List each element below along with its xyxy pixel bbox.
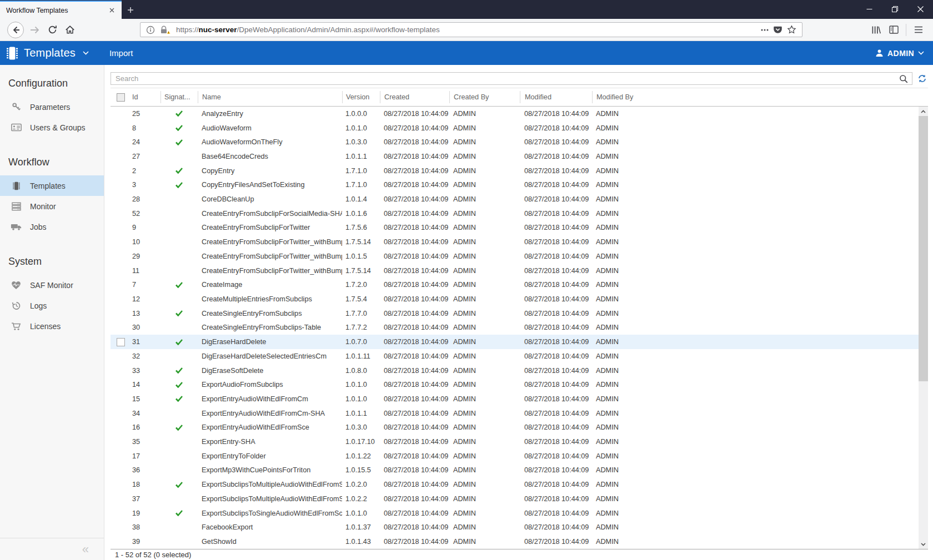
table-row[interactable]: 36ExportMp3WithCuePointsForTriton1.0.15.…: [111, 463, 928, 478]
scroll-down-icon[interactable]: [919, 539, 928, 549]
table-row[interactable]: 25AnalyzeEntry1.0.0.008/27/2018 10:44:09…: [111, 107, 928, 121]
sidebar-item-licenses[interactable]: Licenses: [0, 316, 104, 336]
sidebar-item-monitor[interactable]: Monitor: [0, 196, 104, 216]
cell-name: CreateEntryFromSubclipForTwitter: [198, 224, 342, 231]
table-row[interactable]: 7CreateImage1.7.2.008/27/2018 10:44:09AD…: [111, 278, 928, 292]
table-row[interactable]: 10CreateEntryFromSubclipForTwitter_withB…: [111, 235, 928, 249]
cell-modified: 08/27/2018 10:44:09: [520, 410, 592, 417]
home-button[interactable]: [61, 21, 79, 39]
table-row[interactable]: 27Base64EncodeCreds1.0.1.108/27/2018 10:…: [111, 149, 928, 164]
page-title-menu[interactable]: Templates: [24, 47, 89, 59]
table-row[interactable]: 29CreateEntryFromSubclipForTwitter_withB…: [111, 249, 928, 264]
vertical-scrollbar[interactable]: [919, 107, 928, 549]
column-header-modified[interactable]: Modified: [520, 91, 592, 103]
forward-button[interactable]: [26, 21, 43, 39]
table-row[interactable]: 31DigEraseHardDelete1.0.7.008/27/2018 10…: [111, 335, 928, 349]
table-row[interactable]: 28CoreDBCleanUp1.0.1.408/27/2018 10:44:0…: [111, 192, 928, 206]
sidebar-item-saf-monitor[interactable]: SAF Monitor: [0, 275, 104, 295]
browser-tab[interactable]: Workflow Templates: [0, 1, 122, 19]
app-logo-icon: [6, 46, 19, 61]
search-box[interactable]: [111, 72, 912, 85]
refresh-button[interactable]: [916, 73, 928, 85]
column-header-modified-by[interactable]: Modified By: [592, 91, 928, 103]
table-row[interactable]: 19ExportSubclipsToSingleAudioWithEdlFrom…: [111, 506, 928, 521]
cell-modified: 08/27/2018 10:44:09: [520, 195, 592, 203]
table-row[interactable]: 32DigEraseHardDeleteSelectedEntriesCm1.0…: [111, 349, 928, 364]
table-row[interactable]: 34ExportEntryAudioWithEdlFromCm-SHA1.0.1…: [111, 406, 928, 421]
table-row[interactable]: 15ExportEntryAudioWithEdlFromCm1.0.1.008…: [111, 392, 928, 406]
page-actions-icon[interactable]: [761, 29, 769, 31]
table-row[interactable]: 39GetShowId1.0.1.4308/27/2018 10:44:09AD…: [111, 534, 928, 549]
search-icon[interactable]: [899, 74, 908, 83]
sidebar-section-heading: Workflow: [0, 150, 104, 175]
column-header-signat[interactable]: Signat...: [160, 91, 198, 103]
column-header-created[interactable]: Created: [380, 91, 449, 103]
import-button[interactable]: Import: [109, 48, 133, 58]
user-menu[interactable]: ADMIN: [875, 49, 924, 58]
table-row[interactable]: 9CreateEntryFromSubclipForTwitter1.7.5.6…: [111, 221, 928, 235]
bookmark-star-icon[interactable]: [787, 25, 796, 34]
column-header-id[interactable]: Id: [129, 91, 160, 103]
table-row[interactable]: 38FacebookExport1.0.1.3708/27/2018 10:44…: [111, 520, 928, 534]
insecure-lock-icon[interactable]: [159, 25, 170, 34]
sidebar-collapse-button[interactable]: «: [0, 538, 104, 560]
table-row[interactable]: 37ExportSubclipsToMultipleAudioWithEdlFr…: [111, 492, 928, 506]
table-row[interactable]: 13CreateSingleEntryFromSubclips1.7.7.008…: [111, 306, 928, 321]
table-row[interactable]: 18ExportSubclipsToMultipleAudioWithEdlFr…: [111, 477, 928, 492]
sidebar-item-jobs[interactable]: Jobs: [0, 216, 104, 237]
column-header-created-by[interactable]: Created By: [449, 91, 520, 103]
column-header-name[interactable]: Name: [198, 91, 342, 103]
cell-modified: 08/27/2018 10:44:09: [520, 310, 592, 317]
column-header-version[interactable]: Version: [342, 91, 380, 103]
sidebar-section-heading: Configuration: [0, 72, 104, 97]
menu-button[interactable]: [910, 21, 927, 39]
sidebar-item-users-groups[interactable]: Users & Groups: [0, 117, 104, 138]
cell-name: ExportSubclipsToSingleAudioWithEdlFromSc…: [198, 509, 342, 517]
scrollbar-thumb[interactable]: [919, 116, 928, 381]
scroll-up-icon[interactable]: [919, 107, 928, 116]
table-row[interactable]: 33DigEraseSoftDelete1.0.8.008/27/2018 10…: [111, 364, 928, 378]
cell-created-by: ADMIN: [449, 181, 520, 189]
search-input[interactable]: [116, 74, 899, 83]
minimize-button[interactable]: [856, 0, 882, 18]
row-checkbox[interactable]: [117, 338, 125, 346]
table-row[interactable]: 16ExportEntryAudioWithEdlFromSce1.0.3.00…: [111, 420, 928, 435]
cell-modified-by: ADMIN: [592, 509, 928, 517]
sidebar-item-parameters[interactable]: Parameters: [0, 97, 104, 117]
url-text[interactable]: https://nuc-server/DpeWebApplication/Adm…: [176, 26, 759, 34]
cell-version: 1.7.5.14: [342, 238, 380, 246]
select-all-checkbox[interactable]: [117, 93, 125, 102]
reload-button[interactable]: [43, 21, 61, 39]
tab-close-icon[interactable]: [107, 6, 117, 16]
table-row[interactable]: 24AudioWaveformOnTheFly1.0.3.008/27/2018…: [111, 135, 928, 149]
cell-name: AnalyzeEntry: [198, 110, 342, 118]
user-icon: [875, 49, 884, 57]
sidebar-item-logs[interactable]: Logs: [0, 295, 104, 316]
table-row[interactable]: 52CreateEntryFromSubclipForSocialMedia-S…: [111, 206, 928, 221]
table-row[interactable]: 30CreateSingleEntryFromSubclips-Table1.7…: [111, 321, 928, 335]
signature-check-icon: [160, 110, 198, 117]
cell-version: 1.7.5.4: [342, 295, 380, 303]
cell-created: 08/27/2018 10:44:09: [380, 195, 449, 203]
cell-id: 15: [129, 395, 160, 403]
user-label: ADMIN: [887, 49, 914, 58]
table-row[interactable]: 17ExportEntryToFolder1.0.1.2208/27/2018 …: [111, 449, 928, 463]
table-row[interactable]: 8AudioWaveform1.0.1.008/27/2018 10:44:09…: [111, 121, 928, 135]
table-row[interactable]: 35ExportEntry-SHA1.0.17.1008/27/2018 10:…: [111, 435, 928, 449]
back-button[interactable]: [6, 20, 26, 40]
sidebars-button[interactable]: [885, 21, 902, 39]
table-row[interactable]: 2CopyEntry1.7.1.008/27/2018 10:44:09ADMI…: [111, 164, 928, 178]
pocket-icon[interactable]: [773, 25, 782, 34]
sidebar-item-templates[interactable]: Templates: [0, 175, 104, 196]
library-button[interactable]: [867, 21, 885, 39]
close-button[interactable]: [907, 0, 933, 18]
cell-version: 1.0.2.0: [342, 481, 380, 488]
table-row[interactable]: 3CopyEntryFilesAndSetToExisting1.7.1.008…: [111, 178, 928, 193]
table-row[interactable]: 14ExportAudioFromSubclips1.0.1.008/27/20…: [111, 377, 928, 392]
page-info-icon[interactable]: [146, 26, 155, 34]
new-tab-button[interactable]: [122, 1, 139, 19]
table-row[interactable]: 12CreateMultipleEntriesFromSubclips1.7.5…: [111, 292, 928, 306]
restore-button[interactable]: [882, 0, 907, 18]
table-row[interactable]: 11CreateEntryFromSubclipForTwitter_withB…: [111, 264, 928, 278]
url-bar[interactable]: https://nuc-server/DpeWebApplication/Adm…: [140, 22, 802, 37]
